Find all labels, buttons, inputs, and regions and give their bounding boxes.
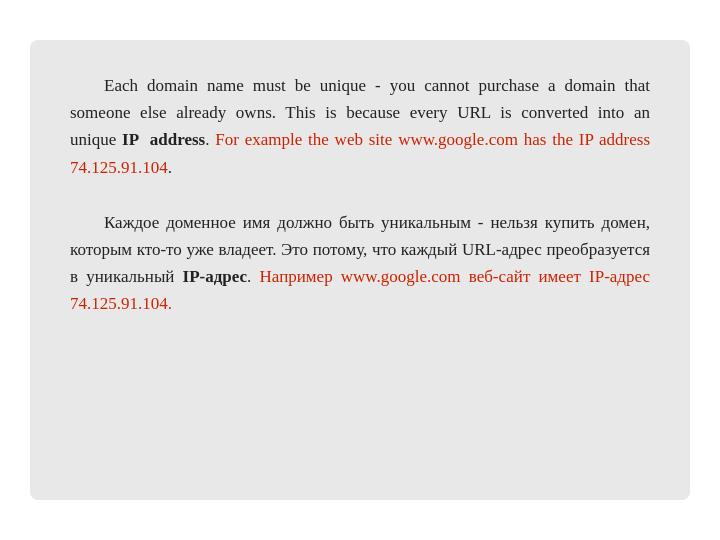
paragraph-english: Each domain name must be unique - you ca… [70, 72, 650, 181]
english-text-part2: . [205, 130, 215, 149]
english-end: . [168, 158, 172, 177]
russian-text-part2: . [247, 267, 259, 286]
russian-bold-ip: IP-адрес [183, 267, 248, 286]
english-bold-ip: IP address [122, 130, 205, 149]
paragraph-russian: Каждое доменное имя должно быть уникальн… [70, 209, 650, 318]
content-card: Each domain name must be unique - you ca… [30, 40, 690, 500]
